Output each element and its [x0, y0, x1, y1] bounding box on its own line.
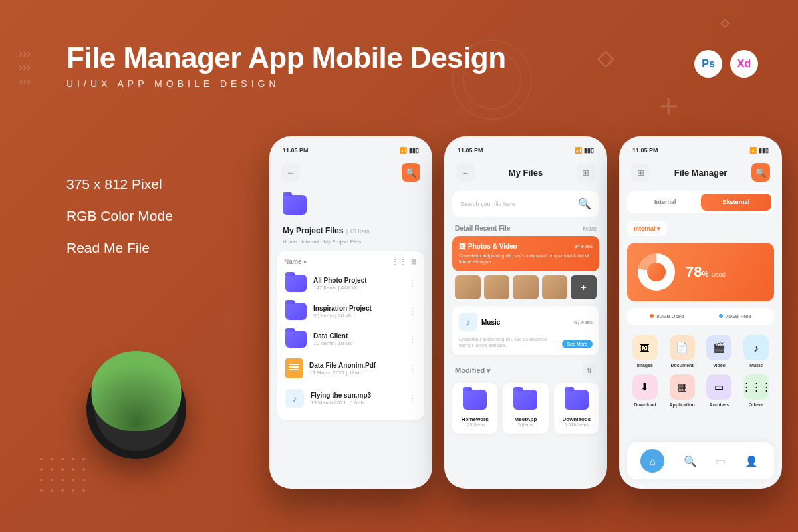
category-icon: 🎬 [706, 335, 732, 360]
thumbnail[interactable] [455, 275, 481, 299]
photos-title: Photos & Video [468, 243, 517, 250]
category-name: Download [630, 402, 660, 407]
file-meta: 10 Items | 10 Mb [313, 340, 402, 346]
more-thumbnails[interactable]: + [571, 275, 597, 299]
category-name: Document [667, 363, 698, 368]
decoration: + [659, 86, 678, 125]
search-button[interactable]: 🔍 [751, 163, 770, 182]
folder-meta: 6.576 Items [558, 422, 595, 427]
tab-internal[interactable]: Internal [630, 194, 701, 211]
grid-toggle[interactable]: ⊞ [577, 163, 595, 182]
photo-thumbnails: + [452, 275, 599, 299]
photos-desc: Cnsectetur adipisicing elit, sed do eius… [459, 253, 593, 265]
folder-card[interactable]: Homework125 Items [452, 383, 497, 434]
xd-badge: Xd [730, 50, 758, 78]
bottom-nav: ⌂ 🔍 ▭ 👤 [627, 442, 774, 479]
folder-icon [463, 390, 487, 410]
folder-icon [283, 195, 307, 215]
thumbnail[interactable] [484, 275, 510, 299]
photoshop-badge: Ps [694, 50, 722, 78]
music-desc: Cnsectetur adipisicing elit, sed do eius… [459, 336, 562, 348]
status-time: 11.05 PM [458, 147, 483, 154]
grid-button[interactable]: ⊞ [631, 163, 650, 182]
folder-icon [565, 390, 589, 410]
category-icon: ⬇ [632, 374, 658, 400]
breadcrumb: Home · Internal · My Project Files [283, 239, 419, 245]
more-icon[interactable]: ⋮ [408, 334, 416, 344]
usage-donut [638, 253, 675, 291]
item-count: | 45 Item [346, 228, 370, 235]
music-card[interactable]: ♪Music 67 Files Cnsectetur adipisicing e… [452, 306, 599, 355]
search-input[interactable]: Search your file here 🔍 [452, 191, 599, 217]
more-link[interactable]: More [583, 225, 597, 232]
category-item[interactable]: ▦Application [667, 374, 698, 407]
file-meta: 50 Items | 30 Mb [313, 313, 402, 319]
category-name: Archives [704, 402, 735, 407]
more-icon[interactable]: ⋮ [408, 279, 416, 288]
music-title: Music [481, 319, 500, 326]
folder-card[interactable]: Downlaods6.576 Items [554, 383, 599, 434]
nav-files[interactable]: ▭ [716, 455, 726, 467]
file-row[interactable]: Data Client10 Items | 10 Mb⋮ [283, 325, 419, 353]
category-name: Video [704, 363, 735, 368]
filter-button[interactable]: ⇅ [582, 363, 597, 378]
folder-meta: 125 Items [456, 422, 493, 427]
tab-eksternal[interactable]: Eksternal [701, 194, 772, 211]
nav-profile[interactable]: 👤 [745, 455, 758, 467]
file-name: Data File Anonim.Pdf [309, 362, 402, 369]
file-row[interactable]: All Photo Project147 Items | 440 Mb⋮ [283, 269, 419, 297]
file-meta: 147 Items | 440 Mb [313, 285, 402, 291]
view-toggle[interactable]: ⋮⋮ ⊞ [392, 258, 418, 265]
modified-dropdown[interactable]: Modified ▾ [455, 366, 491, 375]
status-icons: 📶 ▮▮▯ [400, 147, 419, 154]
folder-meta: 5 Items [507, 422, 544, 427]
back-button[interactable]: ← [456, 163, 475, 182]
folder-title: My Project Files [283, 226, 343, 235]
section-title: Detail Recent File [455, 225, 510, 232]
search-button[interactable]: 🔍 [402, 163, 420, 182]
more-icon[interactable]: ⋮ [408, 394, 416, 403]
category-item[interactable]: ⋮⋮⋮Others [741, 374, 771, 407]
file-row[interactable]: Inspiration Project50 Items | 30 Mb⋮ [283, 297, 419, 325]
category-item[interactable]: 🎬Video [704, 335, 735, 368]
nav-search[interactable]: 🔍 [684, 455, 697, 467]
folder-name: Homework [456, 416, 493, 422]
category-item[interactable]: ♪Music [741, 335, 771, 368]
more-icon[interactable]: ⋮ [408, 307, 416, 316]
feature-item: RGB Color Mode [66, 208, 173, 224]
status-time: 11.05 PM [283, 147, 309, 154]
search-placeholder: Search your file here [460, 201, 515, 207]
page-title: File Manager App Mobile Design [66, 41, 506, 74]
category-icon: ▭ [706, 374, 732, 400]
decoration [720, 19, 730, 28]
more-icon[interactable]: ⋮ [408, 364, 416, 373]
folder-name: MeetApp [507, 416, 544, 422]
document-icon [285, 358, 303, 378]
status-icons: 📶 ▮▮▯ [749, 147, 769, 154]
nav-home[interactable]: ⌂ [640, 449, 664, 473]
thumbnail[interactable] [542, 275, 568, 299]
folder-name: Downlaods [558, 416, 595, 422]
category-icon: 📄 [670, 335, 695, 360]
sort-dropdown[interactable]: Name ▾ [284, 258, 307, 265]
music-icon: ♪ [459, 313, 477, 331]
file-row[interactable]: ♪Flying the sun.mp313 March 2021 | 12mb⋮ [283, 384, 419, 413]
file-row[interactable]: Data File Anonim.Pdf13 March 2021 | 12mb… [283, 353, 419, 384]
folder-card[interactable]: MeetApp5 Items [503, 383, 548, 434]
category-item[interactable]: 📄Document [667, 335, 698, 368]
folder-icon [285, 331, 307, 348]
thumbnail[interactable] [513, 275, 539, 299]
file-meta: 13 March 2021 | 12mb [311, 400, 402, 406]
category-item[interactable]: ⬇Download [630, 374, 660, 407]
see-more-button[interactable]: See More [562, 340, 593, 348]
category-item[interactable]: ▭Archives [704, 374, 735, 407]
category-name: Images [630, 363, 660, 368]
photos-card[interactable]: 🖼Photos & Video34 Files Cnsectetur adipi… [452, 236, 599, 271]
back-button[interactable]: ← [281, 163, 300, 182]
category-item[interactable]: 🖼Images [630, 335, 660, 368]
phone-mockup-3: 11.05 PM📶 ▮▮▯ ⊞ File Manager 🔍 Internal … [619, 136, 782, 489]
usage-label: Used [712, 271, 726, 278]
storage-dropdown[interactable]: Internal ▾ [627, 221, 667, 236]
page-subtitle: UI/UX APP MOBILE DESIGN [66, 78, 506, 89]
file-meta: 13 March 2021 | 12mb [309, 370, 402, 376]
